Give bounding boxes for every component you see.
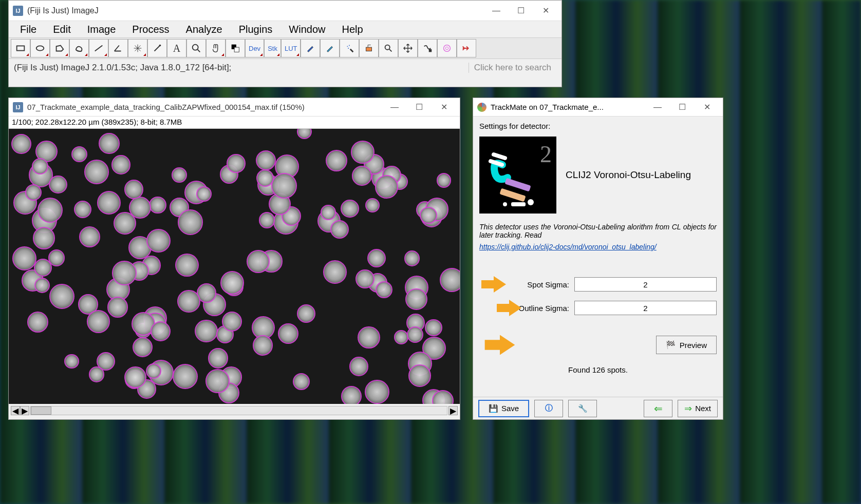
rectangle-tool[interactable]: [11, 39, 30, 57]
menu-plugins[interactable]: Plugins: [232, 22, 280, 37]
image-canvas[interactable]: [9, 129, 460, 404]
svg-point-28: [528, 199, 534, 205]
detected-spot: [71, 146, 87, 162]
detected-spot: [405, 288, 427, 310]
detected-spot: [146, 229, 170, 253]
arrow-icon: [497, 299, 521, 317]
save-button[interactable]: 💾 Save: [478, 400, 529, 417]
detected-spot: [124, 366, 146, 389]
detected-spot: [107, 297, 128, 318]
statusbar: (Fiji Is Just) ImageJ 2.1.0/1.53c; Java …: [9, 59, 561, 76]
maximize-button[interactable]: ☐: [509, 3, 533, 19]
hand-tool[interactable]: [206, 39, 226, 57]
spot-sigma-input[interactable]: [574, 277, 717, 292]
find-tool[interactable]: [379, 39, 398, 57]
color-picker-tool[interactable]: [226, 39, 245, 57]
text-tool[interactable]: A: [167, 39, 186, 57]
detected-spot: [195, 320, 218, 343]
maximize-button[interactable]: ☐: [670, 99, 694, 115]
detected-spot: [365, 380, 389, 404]
docs-link[interactable]: https://clij.github.io/clij2-docs/md/vor…: [479, 243, 657, 251]
settings-heading: Settings for detector:: [479, 122, 717, 130]
point-tool[interactable]: [128, 39, 147, 57]
paint-tool[interactable]: [359, 39, 379, 57]
detected-spot: [437, 173, 452, 188]
line-tool[interactable]: [89, 39, 108, 57]
detected-spot: [151, 321, 171, 341]
lut-tool[interactable]: LUT: [281, 39, 301, 57]
detected-spot: [49, 176, 67, 194]
svg-text:2: 2: [540, 141, 552, 167]
image-titlebar[interactable]: IJ 07_Trackmate_example_data_tracking_Ca…: [9, 98, 460, 117]
menu-analyze[interactable]: Analyze: [179, 22, 230, 37]
detected-spot: [278, 323, 298, 344]
svg-rect-0: [17, 46, 25, 50]
close-button[interactable]: ✕: [695, 99, 719, 115]
detected-spot: [326, 150, 347, 171]
close-button[interactable]: ✕: [534, 3, 557, 19]
image-scrollbar[interactable]: ◀ ▶ ▶: [9, 404, 460, 417]
detected-spot: [34, 259, 52, 277]
detected-spot: [89, 366, 104, 382]
detected-spot: [330, 220, 349, 239]
detected-spot: [205, 369, 229, 393]
minimize-button[interactable]: —: [646, 99, 669, 115]
fiji-titlebar[interactable]: IJ (Fiji Is Just) ImageJ — ☐ ✕: [9, 1, 561, 21]
spray-tool[interactable]: [340, 39, 359, 57]
oval-tool[interactable]: [30, 39, 50, 57]
minimize-button[interactable]: —: [383, 99, 406, 115]
wrench-icon: 🔧: [578, 404, 588, 413]
angle-tool[interactable]: [108, 39, 128, 57]
detected-spot: [404, 250, 420, 266]
menu-process[interactable]: Process: [125, 22, 176, 37]
move-tool[interactable]: [398, 39, 418, 57]
menu-help[interactable]: Help: [334, 22, 370, 37]
wrench-button[interactable]: 🔧: [568, 400, 597, 417]
back-button[interactable]: ⇐: [644, 400, 672, 417]
maximize-button[interactable]: ☐: [407, 99, 431, 115]
search-hint[interactable]: Click here to search: [469, 63, 556, 73]
detected-spot: [352, 166, 372, 186]
scroll-track[interactable]: [30, 406, 447, 415]
preview-button[interactable]: 🏁 Preview: [656, 336, 717, 354]
trackmate-footer: 💾 Save ⓘ 🔧 ⇐ ⇒ Next: [473, 397, 723, 419]
stk-tool[interactable]: Stk: [264, 39, 281, 57]
detected-spot: [358, 326, 380, 348]
zoom-tool[interactable]: [186, 39, 206, 57]
detected-spot: [297, 129, 312, 139]
menu-window[interactable]: Window: [282, 22, 332, 37]
minimize-button[interactable]: —: [484, 3, 508, 19]
close-button[interactable]: ✕: [432, 99, 456, 115]
outline-sigma-input[interactable]: [574, 301, 717, 315]
wand-tool[interactable]: [147, 39, 167, 57]
save-icon: 💾: [489, 404, 498, 413]
scroll-right-icon[interactable]: ▶: [20, 406, 29, 415]
svg-line-18: [389, 49, 392, 52]
menubar: File Edit Image Process Analyze Plugins …: [9, 21, 561, 37]
flag-icon: 🏁: [666, 340, 676, 350]
detected-spot: [349, 357, 368, 376]
annotate-tool[interactable]: [437, 39, 457, 57]
detected-spot: [175, 254, 199, 277]
brush1-tool[interactable]: [301, 39, 320, 57]
detected-spot: [87, 310, 110, 334]
polygon-tool[interactable]: [50, 39, 69, 57]
brush2-tool[interactable]: [320, 39, 340, 57]
next-button[interactable]: ⇒ Next: [678, 400, 718, 417]
detected-spot: [394, 330, 408, 344]
menu-file[interactable]: File: [13, 22, 44, 37]
freehand-tool[interactable]: [69, 39, 89, 57]
fiji-main-window: IJ (Fiji Is Just) ImageJ — ☐ ✕ File Edit…: [8, 0, 562, 87]
scroll-end-icon[interactable]: ▶: [448, 406, 458, 415]
scroll-left-icon[interactable]: ◀: [11, 406, 20, 415]
menu-edit[interactable]: Edit: [46, 22, 78, 37]
menu-image[interactable]: Image: [80, 22, 123, 37]
detected-spot: [97, 191, 121, 215]
info-button[interactable]: ⓘ: [534, 400, 563, 417]
scroll-thumb[interactable]: [31, 406, 51, 415]
script-tool[interactable]: [418, 39, 437, 57]
more-tool[interactable]: [457, 39, 476, 57]
svg-line-7: [155, 46, 160, 51]
trackmate-titlebar[interactable]: TrackMate on 07_Trackmate_e... — ☐ ✕: [473, 98, 723, 117]
dev-tool[interactable]: Dev: [245, 39, 264, 57]
